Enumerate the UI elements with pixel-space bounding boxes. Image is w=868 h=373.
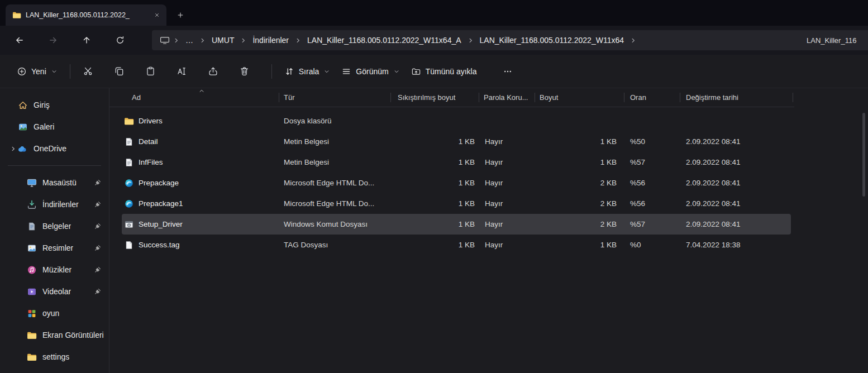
breadcrumb-item-umut[interactable]: UMUT	[207, 34, 239, 47]
sidebar-item-downloads[interactable]: İndirilenler	[3, 194, 106, 215]
view-button[interactable]: Görünüm	[336, 63, 405, 80]
breadcrumb-item-lan-killer[interactable]: LAN_Killer_1168.005.0112.2022_W11x64	[475, 34, 629, 47]
vertical-scrollbar[interactable]	[861, 111, 866, 371]
rename-button[interactable]	[171, 61, 193, 82]
column-header-modified[interactable]: Değiştirme tarihi	[680, 88, 793, 107]
file-compressed-size: 1 KB	[391, 199, 479, 208]
expand-chevron-icon[interactable]	[8, 146, 18, 152]
scrollbar-thumb[interactable]	[862, 113, 865, 197]
copy-button[interactable]	[108, 61, 131, 82]
videos-icon	[27, 287, 37, 297]
sort-button[interactable]: Sırala	[279, 63, 336, 80]
new-button-label: Yeni	[31, 67, 46, 76]
music-icon	[27, 265, 37, 275]
file-row-prepackage1[interactable]: Prepackage1 Microsoft Edge HTML Do... 1 …	[122, 193, 791, 214]
back-button[interactable]	[10, 31, 29, 50]
file-compressed-size: 1 KB	[391, 137, 479, 146]
new-tab-button[interactable]	[172, 7, 189, 23]
view-button-label: Görünüm	[356, 67, 388, 76]
column-header-name[interactable]: Ad	[122, 88, 279, 107]
file-row-inffiles[interactable]: InfFiles Metin Belgesi 1 KB Hayır 1 KB %…	[122, 152, 791, 173]
column-header-password[interactable]: Parola Koru...	[479, 88, 535, 107]
up-button[interactable]	[77, 31, 96, 50]
tag-file-icon	[124, 241, 134, 250]
sidebar-item-oyun[interactable]: oyun	[3, 303, 106, 324]
text-file-icon	[124, 158, 134, 167]
file-modified: 2.09.2022 08:41	[680, 179, 793, 187]
edge-html-icon	[124, 179, 134, 188]
file-row-drivers[interactable]: Drivers Dosya klasörü	[122, 111, 791, 131]
file-size: 1 KB	[535, 158, 624, 166]
folder-icon	[124, 117, 134, 126]
tab-bar: LAN_Killer_1168.005.0112.2022_	[0, 0, 868, 26]
pictures-icon	[27, 243, 37, 253]
file-type: Metin Belgesi	[279, 158, 391, 166]
sidebar-item-label: Ekran Görüntüleri	[42, 331, 104, 339]
sidebar-item-label: Masaüstü	[42, 178, 77, 187]
chevron-down-icon	[51, 69, 57, 74]
file-row-setup-driver[interactable]: Setup_Driver Windows Komut Dosyası 1 KB …	[122, 214, 791, 235]
game-folder-icon	[27, 309, 37, 318]
sidebar-item-screenshots[interactable]: Ekran Görüntüleri	[3, 324, 106, 346]
tab-close-icon[interactable]	[151, 9, 163, 21]
chevron-right-icon	[173, 37, 179, 44]
file-row-prepackage[interactable]: Prepackage Microsoft Edge HTML Do... 1 K…	[122, 173, 791, 193]
file-password: Hayır	[479, 158, 535, 166]
chevron-down-icon	[394, 69, 399, 74]
paste-button[interactable]	[140, 61, 162, 82]
file-password: Hayır	[479, 199, 535, 208]
new-button[interactable]: Yeni	[11, 63, 63, 80]
toolbar-separator	[271, 64, 272, 79]
breadcrumb-overflow[interactable]: …	[180, 34, 198, 47]
documents-icon	[27, 222, 37, 231]
extract-all-button[interactable]: Tümünü ayıkla	[406, 63, 483, 80]
file-type: Dosya klasörü	[279, 117, 391, 125]
sidebar-item-gallery[interactable]: Galeri	[3, 116, 106, 137]
sidebar-item-settings[interactable]: settings	[3, 346, 106, 367]
file-name: Success.tag	[139, 241, 180, 249]
file-row-detail[interactable]: Detail Metin Belgesi 1 KB Hayır 1 KB %50…	[122, 131, 791, 152]
explorer-tab[interactable]: LAN_Killer_1168.005.0112.2022_	[6, 4, 166, 26]
column-header-ratio[interactable]: Oran	[624, 88, 680, 107]
sidebar-item-documents[interactable]: Belgeler	[3, 216, 106, 237]
file-ratio: %57	[624, 158, 680, 166]
cut-button[interactable]	[77, 61, 99, 82]
sort-button-label: Sırala	[299, 67, 319, 76]
sidebar-item-label: settings	[42, 352, 69, 361]
sidebar-item-home[interactable]: Giriş	[3, 94, 106, 116]
breadcrumb-item-indirilenler[interactable]: İndirilenler	[247, 34, 294, 47]
column-header-size[interactable]: Boyut	[535, 88, 624, 107]
file-size: 2 KB	[535, 199, 624, 208]
delete-button[interactable]	[233, 61, 256, 82]
chevron-right-icon	[199, 37, 206, 44]
share-button[interactable]	[202, 61, 225, 82]
batch-file-icon	[124, 220, 134, 229]
text-file-icon	[124, 137, 134, 146]
sidebar-item-label: İndirilenler	[42, 200, 79, 209]
search-box[interactable]: LAN_Killer_116	[800, 30, 868, 50]
file-modified: 2.09.2022 08:41	[680, 199, 793, 208]
toolbar-separator	[70, 64, 70, 79]
column-header-compressed[interactable]: Sıkıştırılmış boyut	[391, 88, 479, 107]
refresh-button[interactable]	[111, 31, 130, 50]
sidebar-item-label: OneDrive	[34, 144, 66, 153]
file-size: 2 KB	[535, 220, 624, 228]
edge-html-icon	[124, 199, 134, 208]
downloads-icon	[27, 200, 37, 209]
more-options-button[interactable]	[498, 62, 518, 81]
file-row-success-tag[interactable]: Success.tag TAG Dosyası 1 KB Hayır 1 KB …	[122, 235, 791, 255]
sidebar-item-music[interactable]: Müzikler	[3, 259, 106, 280]
sidebar-item-desktop[interactable]: Masaüstü	[3, 172, 106, 193]
file-compressed-size: 1 KB	[391, 220, 479, 228]
sidebar-item-videos[interactable]: Videolar	[3, 281, 106, 302]
chevron-right-icon	[240, 37, 246, 44]
breadcrumb-item-lan-killer-a[interactable]: LAN_Killer_1168.005.0112.2022_W11x64_A	[302, 34, 466, 47]
sidebar-item-onedrive[interactable]: OneDrive	[3, 138, 106, 159]
pin-icon	[94, 266, 101, 273]
sidebar-item-pictures[interactable]: Resimler	[3, 237, 106, 259]
column-header-type[interactable]: Tür	[279, 88, 391, 107]
file-ratio: %56	[624, 199, 680, 208]
pin-icon	[94, 201, 101, 208]
file-name: InfFiles	[139, 158, 163, 166]
forward-button[interactable]	[44, 31, 63, 50]
